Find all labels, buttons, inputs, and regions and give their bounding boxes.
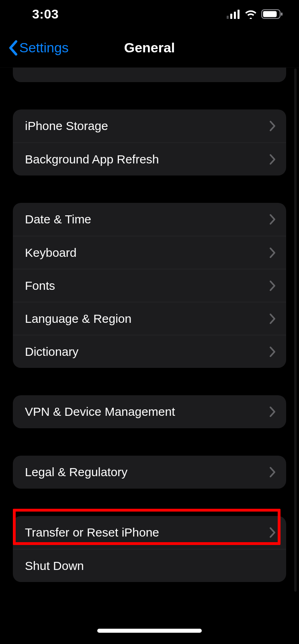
- status-time: 3:03: [32, 7, 59, 22]
- row-date-time[interactable]: Date & Time: [13, 203, 286, 236]
- back-button[interactable]: Settings: [5, 28, 72, 67]
- row-keyboard[interactable]: Keyboard: [13, 236, 286, 269]
- row-carplay[interactable]: CarPlay: [13, 68, 286, 82]
- row-label: Fonts: [25, 279, 55, 293]
- row-transfer-or-reset-iphone[interactable]: Transfer or Reset iPhone: [13, 516, 286, 549]
- row-background-app-refresh[interactable]: Background App Refresh: [13, 142, 286, 175]
- chevron-right-icon: [269, 214, 276, 225]
- back-label: Settings: [19, 40, 69, 56]
- row-label: Background App Refresh: [25, 153, 159, 166]
- svg-rect-0: [227, 16, 229, 19]
- page-title: General: [124, 40, 175, 56]
- row-label: Date & Time: [25, 213, 91, 226]
- chevron-right-icon: [269, 120, 276, 132]
- row-label: VPN & Device Management: [25, 405, 175, 419]
- row-vpn-device-management[interactable]: VPN & Device Management: [13, 395, 286, 428]
- chevron-right-icon: [269, 346, 276, 357]
- row-legal-regulatory[interactable]: Legal & Regulatory: [13, 456, 286, 489]
- cellular-icon: [227, 9, 240, 19]
- svg-rect-2: [234, 12, 236, 19]
- svg-rect-5: [263, 11, 277, 17]
- chevron-right-icon: [269, 247, 276, 258]
- chevron-right-icon: [269, 280, 276, 291]
- row-iphone-storage[interactable]: iPhone Storage: [13, 109, 286, 142]
- nav-bar: Settings General: [0, 28, 299, 68]
- chevron-right-icon: [269, 406, 276, 417]
- row-shut-down[interactable]: Shut Down: [13, 549, 286, 582]
- row-fonts[interactable]: Fonts: [13, 269, 286, 302]
- row-label: Legal & Regulatory: [25, 465, 127, 479]
- status-right-icons: [227, 9, 283, 19]
- svg-rect-1: [230, 14, 232, 19]
- svg-rect-3: [238, 10, 240, 19]
- svg-rect-6: [281, 12, 283, 16]
- home-indicator[interactable]: [97, 629, 202, 633]
- row-label: Shut Down: [25, 559, 84, 573]
- row-dictionary[interactable]: Dictionary: [13, 335, 286, 368]
- chevron-right-icon: [269, 466, 276, 478]
- battery-icon: [261, 9, 283, 19]
- row-label: iPhone Storage: [25, 119, 108, 133]
- row-label: Transfer or Reset iPhone: [25, 526, 159, 539]
- chevron-right-icon: [269, 527, 276, 538]
- status-bar: 3:03: [0, 0, 299, 28]
- row-label: Dictionary: [25, 345, 78, 359]
- scroll-indicator: [294, 68, 297, 592]
- chevron-left-icon: [8, 40, 18, 56]
- row-language-region[interactable]: Language & Region: [13, 302, 286, 335]
- wifi-icon: [244, 9, 257, 19]
- chevron-right-icon: [269, 313, 276, 324]
- row-label: Language & Region: [25, 312, 131, 326]
- settings-scroll[interactable]: CarPlay iPhone Storage Backg: [0, 68, 299, 644]
- chevron-right-icon: [269, 154, 276, 165]
- row-label: Keyboard: [25, 246, 76, 260]
